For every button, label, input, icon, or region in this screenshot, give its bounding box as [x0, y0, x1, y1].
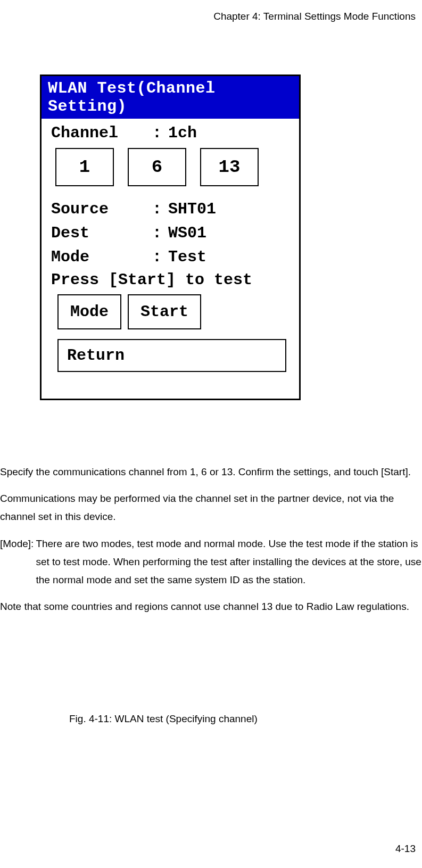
channel-value: 1ch [168, 123, 197, 144]
mode-label: Mode [51, 247, 152, 268]
channel-13-button[interactable]: 13 [200, 148, 259, 186]
colon: : [152, 123, 162, 144]
mode-row: Mode : Test [51, 247, 289, 268]
mode-value: Test [168, 247, 206, 268]
return-button[interactable]: Return [57, 339, 286, 372]
screen-body: Channel : 1ch 1 6 13 Source : SHT01 Dest… [42, 119, 299, 399]
window-title-bar: WLAN Test(Channel Setting) [42, 76, 299, 119]
source-label: Source [51, 199, 152, 220]
channel-6-button[interactable]: 6 [128, 148, 186, 186]
terminal-screenshot: WLAN Test(Channel Setting) Channel : 1ch… [40, 75, 301, 400]
paragraph-3: [Mode]: There are two modes, test mode a… [0, 535, 422, 590]
channel-button-group: 1 6 13 [55, 148, 289, 186]
mode-para-text: There are two modes, test mode and norma… [36, 535, 422, 590]
figure-caption: Fig. 4-11: WLAN test (Specifying channel… [69, 713, 258, 725]
page-number: 4-13 [395, 843, 416, 855]
paragraph-2: Communications may be performed via the … [0, 490, 422, 526]
channel-1-button[interactable]: 1 [55, 148, 114, 186]
dest-value: WS01 [168, 223, 206, 244]
body-text: Specify the communications channel from … [0, 463, 422, 624]
chapter-header: Chapter 4: Terminal Settings Mode Functi… [213, 11, 416, 22]
action-button-group: Mode Start [57, 294, 289, 329]
mode-para-label: [Mode]: [0, 535, 36, 590]
dest-row: Dest : WS01 [51, 223, 289, 244]
press-start-text: Press [Start] to test [51, 271, 289, 289]
colon: : [152, 199, 162, 220]
source-row: Source : SHT01 [51, 199, 289, 220]
mode-button[interactable]: Mode [57, 294, 121, 329]
colon: : [152, 247, 162, 268]
channel-row: Channel : 1ch [51, 123, 289, 144]
dest-label: Dest [51, 223, 152, 244]
colon: : [152, 223, 162, 244]
channel-label: Channel [51, 123, 152, 144]
paragraph-4: Note that some countries and regions can… [0, 598, 422, 616]
source-value: SHT01 [168, 199, 216, 220]
paragraph-1: Specify the communications channel from … [0, 463, 422, 481]
start-button[interactable]: Start [128, 294, 201, 329]
